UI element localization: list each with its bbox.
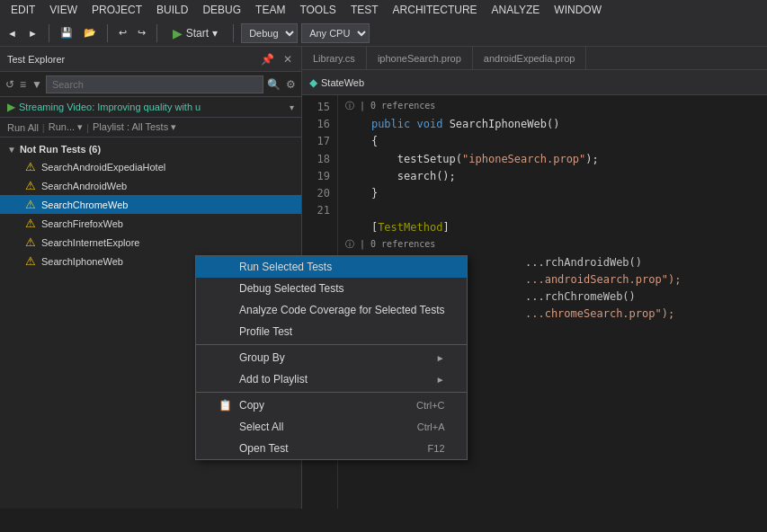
file-icon: ◆	[309, 76, 317, 89]
stream-icon: ▶	[7, 101, 15, 113]
code-line-19: }	[345, 185, 760, 202]
warning-icon-0: ⚠	[25, 160, 36, 173]
ctx-run-label: Run Selected Tests	[239, 261, 332, 273]
warning-icon-1: ⚠	[25, 179, 36, 192]
warning-icon-5: ⚠	[25, 254, 36, 268]
ctx-open-test[interactable]: Open Test F12	[196, 438, 467, 459]
warning-icon-3: ⚠	[25, 217, 36, 230]
test-item-1[interactable]: ⚠ SearchAndroidWeb	[0, 176, 301, 195]
ctx-debug-label: Debug Selected Tests	[239, 282, 344, 295]
group-arrow: ►	[436, 353, 445, 363]
menu-project[interactable]: PROJECT	[85, 2, 149, 18]
open-button[interactable]: 📂	[80, 25, 100, 40]
test-name-4: SearchInternetExplore	[41, 237, 139, 248]
start-dropdown-arrow: ▾	[212, 27, 218, 40]
ctx-separator-2	[196, 392, 467, 393]
menu-debug[interactable]: DEBUG	[195, 2, 248, 18]
menu-edit[interactable]: EDIT	[4, 2, 42, 18]
code-line-17: testSetup("iphoneSearch.prop");	[345, 151, 760, 168]
context-menu: Run Selected Tests Debug Selected Tests …	[195, 255, 468, 460]
stream-text: Streaming Video: Improving quality with …	[19, 102, 286, 112]
copy-icon: 📋	[218, 399, 232, 412]
ctx-group-by[interactable]: Group By ►	[196, 347, 467, 368]
menu-architecture[interactable]: ARCHITECTURE	[386, 2, 485, 18]
undo-button[interactable]: ◄	[4, 26, 21, 40]
filter-button[interactable]: ▼	[30, 76, 44, 93]
ctx-select-all[interactable]: Select All Ctrl+A	[196, 416, 467, 438]
test-item-2[interactable]: ⚠ SearchChromeWeb	[0, 195, 301, 214]
run-dropdown-link[interactable]: Run... ▾	[49, 121, 83, 133]
test-item-3[interactable]: ⚠ SearchFirefoxWeb	[0, 214, 301, 233]
code-ref-1: ⓘ | 0 references	[345, 99, 760, 116]
menu-team[interactable]: TEAM	[248, 2, 292, 18]
panel-stream[interactable]: ▶ Streaming Video: Improving quality wit…	[0, 97, 301, 118]
toolbar-separator-4	[233, 24, 234, 42]
config-dropdown[interactable]: Debug	[241, 23, 298, 43]
save-button[interactable]: 💾	[57, 25, 76, 40]
panel-close-button[interactable]: ✕	[281, 51, 294, 67]
refresh-button[interactable]: ↺	[4, 76, 16, 93]
code-line-15: public void SearchIphoneWeb()	[345, 116, 760, 133]
ctx-profile[interactable]: Profile Test	[196, 321, 467, 342]
run-all-link[interactable]: Run All	[7, 122, 39, 133]
ctx-group-label: Group By	[239, 351, 285, 364]
tab-android[interactable]: androidExpedia.prop	[473, 47, 587, 69]
search-input[interactable]	[46, 75, 263, 93]
code-line-21: [TestMethod]	[345, 219, 760, 236]
toolbar-separator-1	[49, 24, 49, 42]
start-label: Start	[186, 27, 209, 40]
panel-actions: Run All | Run... ▾ | Playlist : All Test…	[0, 118, 301, 137]
code-line-16: {	[345, 133, 760, 150]
test-name-3: SearchFirefoxWeb	[41, 218, 123, 229]
start-button[interactable]: ▶ Start ▾	[165, 23, 226, 43]
panel-toolbar: ↺ ≡ ▼ 🔍 ⚙	[0, 72, 301, 97]
tab-iphone[interactable]: iphoneSearch.prop	[367, 47, 473, 69]
toolbar: ◄ ► 💾 📂 ↩ ↪ ▶ Start ▾ Debug Any CPU	[0, 20, 767, 47]
ctx-add-playlist[interactable]: Add to Playlist ►	[196, 368, 467, 390]
menu-window[interactable]: WINDOW	[547, 2, 609, 18]
menu-bar: EDIT VIEW PROJECT BUILD DEBUG TEAM TOOLS…	[0, 0, 767, 20]
platform-dropdown[interactable]: Any CPU	[301, 23, 370, 43]
menu-view[interactable]: VIEW	[42, 2, 85, 18]
settings-button[interactable]: ⚙	[284, 76, 298, 93]
tree-group-header: ▼ Not Run Tests (6)	[0, 141, 301, 157]
ctx-debug-selected[interactable]: Debug Selected Tests	[196, 278, 467, 299]
group-header-label: Not Run Tests (6)	[20, 144, 101, 155]
test-name-0: SearchAndroidExpediaHotel	[41, 162, 165, 173]
menu-build[interactable]: BUILD	[149, 2, 195, 18]
toolbar-separator-2	[107, 24, 108, 42]
undo2-button[interactable]: ↩	[115, 25, 130, 40]
ctx-copy[interactable]: 📋 Copy Ctrl+C	[196, 395, 467, 416]
test-name-5: SearchIphoneWeb	[41, 256, 123, 267]
ctx-analyze[interactable]: Analyze Code Coverage for Selected Tests	[196, 299, 467, 321]
panel-titlebar: Test Explorer 📌 ✕	[0, 47, 301, 72]
ctx-profile-label: Profile Test	[239, 325, 292, 338]
panel-pin-button[interactable]: 📌	[259, 51, 276, 67]
test-item-0[interactable]: ⚠ SearchAndroidExpediaHotel	[0, 157, 301, 176]
menu-analyze[interactable]: ANALYZE	[485, 2, 548, 18]
tab-library[interactable]: Library.cs	[302, 47, 367, 69]
ctx-analyze-label: Analyze Code Coverage for Selected Tests	[239, 304, 445, 316]
open-test-shortcut: F12	[428, 443, 445, 454]
toolbar-separator-3	[156, 24, 157, 42]
redo2-button[interactable]: ↪	[134, 25, 149, 40]
ctx-run-selected[interactable]: Run Selected Tests	[196, 256, 467, 278]
warning-icon-2: ⚠	[25, 198, 36, 211]
playlist-link[interactable]: Playlist : All Tests ▾	[93, 121, 176, 133]
editor-tabs: Library.cs iphoneSearch.prop androidExpe…	[302, 47, 767, 70]
panel-title: Test Explorer	[7, 54, 254, 65]
test-item-4[interactable]: ⚠ SearchInternetExplore	[0, 233, 301, 252]
stream-dropdown-arrow: ▾	[290, 102, 294, 112]
copy-shortcut: Ctrl+C	[416, 400, 444, 411]
code-ref-2: ⓘ | 0 references	[345, 237, 760, 254]
redo-button[interactable]: ►	[24, 26, 41, 40]
ctx-separator-1	[196, 344, 467, 345]
menu-tools[interactable]: TOOLS	[292, 2, 343, 18]
sort-button[interactable]: ≡	[18, 76, 28, 93]
play-icon: ▶	[173, 26, 183, 40]
menu-test[interactable]: TEST	[343, 2, 386, 18]
ctx-playlist-label: Add to Playlist	[239, 373, 308, 386]
search-button[interactable]: 🔍	[265, 76, 282, 93]
editor-header: ◆ StateWeb	[302, 70, 767, 95]
ctx-open-test-label: Open Test	[239, 442, 288, 455]
